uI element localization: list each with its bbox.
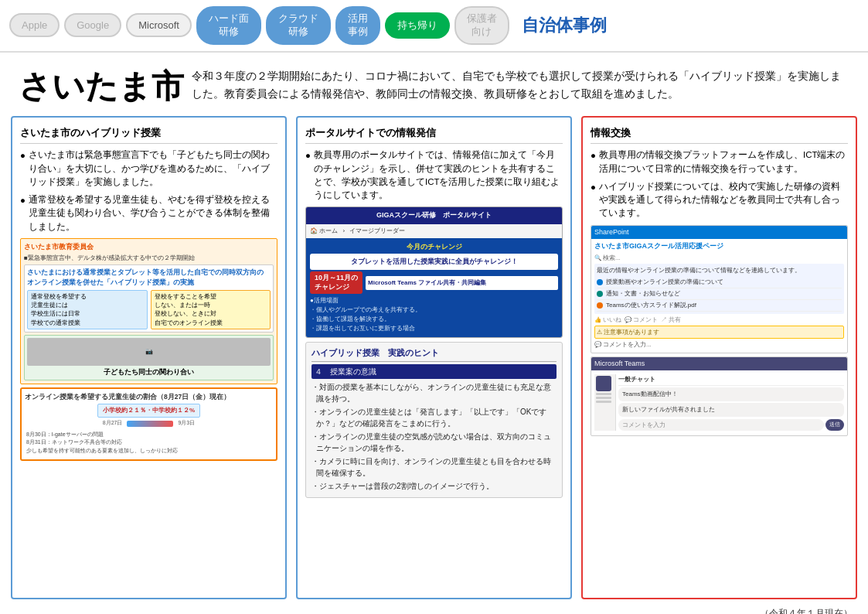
col-exchange: 情報交換 ● 教員専用の情報交換プラットフォームを作成し、ICT端末の活用につい… [581, 116, 857, 599]
sp-dot-1 [597, 279, 603, 285]
stats-gradient-bar [127, 421, 173, 427]
sp-dot-2 [597, 291, 603, 297]
teams-header: Microsoft Teams [591, 357, 847, 371]
sp-header: SharePoint [591, 226, 847, 240]
city-name: さいたま市 [19, 65, 173, 108]
teams-input[interactable]: コメントを入力 [618, 419, 824, 431]
portal-usage-label: ●活用場面・個人やグループでの考えを共有する。・協働して課題を解決する。・課題を… [310, 296, 558, 333]
nav-cloud-training[interactable]: クラウド 研修 [266, 6, 331, 45]
sp-content-area: 最近の情報やオンライン授業の準備について情報などを連絡しています。 授業動画やオ… [594, 264, 844, 314]
classroom-img-placeholder: 📷 子どもたち同士の関わり合い [24, 335, 274, 380]
saitama-board-screenshot: さいたま市教育委員会 ■緊急事態宣言中、デルタ株が感染拡大する中での２学期開始 … [20, 238, 277, 384]
teams-nav-2 [596, 397, 611, 399]
classroom-caption: 子どもたち同士の関わり合い [27, 367, 271, 377]
portal-challenge-main: タブレットを活用した授業実践に全員がチャレンジ！ [313, 257, 555, 267]
sharepoint-screenshot: SharePoint さいたま市GIGAスクール活用応援ページ 🔍 検索... … [591, 225, 848, 353]
choice-box-2: 登校をすることを希望しない、または一時登校しない、ときに対自宅でのオンライン授業 [151, 290, 271, 329]
teams-msg-1: Teams動画配信中！ [618, 387, 844, 401]
saitama-board-subtitle: ■緊急事態宣言中、デルタ株が感染拡大する中での２学期開始 [24, 254, 274, 263]
hint-item-3: ・オンラインの児童生徒の空気感が読めない場合は、双方向のコミュニケーションの場を… [311, 431, 557, 454]
sp-comment: 💬 コメント [625, 316, 658, 324]
main-content: さいたま市 令和３年度の２学期開始にあたり、コロナ禍において、自宅でも学校でも選… [0, 53, 868, 614]
nav-use-cases[interactable]: 活用 事例 [335, 6, 380, 45]
portal-nav-bar: 🏠 ホーム › イマージブリーダー [306, 224, 562, 238]
teams-sidebar [594, 374, 616, 431]
teams-nav-1 [596, 393, 611, 395]
page-title: 自治体事例 [522, 14, 607, 37]
nav-bar: Apple Google Microsoft ハード面 研修 クラウド 研修 活… [0, 0, 868, 53]
sp-row-2: 通知・文書・お知らせなど [597, 288, 842, 300]
portal-teams-box: Microsoft Teams ファイル共有・共同編集 [366, 276, 558, 290]
hybrid-bullet-1-text: さいたま市は緊急事態宣言下でも「子どもたち同士の関わり合い」を大切にし、かつ学び… [29, 148, 277, 189]
teams-channel-title: 一般チャット [618, 374, 844, 386]
sp-row-1: 授業動画やオンライン授業の準備について [597, 277, 842, 288]
sp-recent-label: 最近の情報やオンライン授業の準備について情報などを連絡しています。 [597, 266, 842, 275]
exchange-bullet-dot-1: ● [591, 149, 596, 176]
hint-item-2: ・オンラインの児童生徒とは「発言します」「以上です」「OKですか？」などの確認発… [311, 406, 557, 429]
hint-subtitle: ４ 授業案の意識 [311, 364, 557, 379]
nav-guardian[interactable]: 保護者 向け [454, 6, 509, 45]
col-hybrid-title: さいたま市のハイブリッド授業 [20, 125, 277, 145]
teams-logo [596, 376, 611, 391]
exchange-bullet-1: ● 教員専用の情報交換プラットフォームを作成し、ICT端末の活用について日常的に… [591, 148, 848, 176]
hint-item-5: ・ジェスチャーは普段の2割増しのイメージで行う。 [311, 480, 557, 492]
hybrid-notice-title: さいたまにおける通常授業とタブレット等を活用した自宅での同時双方向のオンライン授… [27, 268, 271, 288]
sp-text-3: Teamsの使い方スライド解説.pdf [606, 301, 696, 310]
portal-header: GIGAスクール研修 ポータルサイト [306, 207, 562, 224]
exchange-bullet-1-text: 教員専用の情報交換プラットフォームを作成し、ICT端末の活用について日常的に情報… [599, 148, 848, 176]
portal-challenge-card: タブレットを活用した授業実践に全員がチャレンジ！ [310, 254, 558, 270]
nav-google[interactable]: Google [64, 13, 121, 37]
footer-note: （令和４年１月現在） [0, 605, 868, 614]
teams-main: 一般チャット Teams動画配信中！ 新しいファイルが共有されました コメントを… [618, 374, 844, 431]
stats-bar-area: 小学校約２１％・中学校約１２% [25, 403, 273, 418]
hybrid-choice-boxes: 通常登校を希望する児童生徒には学校生活には日常学校での通常授業 登校をすることを… [27, 290, 271, 329]
stats-section: オンライン授業を希望する児童生徒の割合（8月27日（金）現在） 小学校約２１％・… [20, 387, 277, 462]
hybrid-notice-box: さいたまにおける通常授業とタブレット等を活用した自宅での同時双方向のオンライン授… [24, 264, 274, 333]
col-portal-title: ポータルサイトでの情報発信 [305, 125, 563, 145]
nav-microsoft[interactable]: Microsoft [126, 13, 192, 37]
bullet-dot-1: ● [20, 149, 26, 189]
nav-hard-training[interactable]: ハード面 研修 [196, 6, 261, 45]
portal-nav-home: 🏠 ホーム [310, 227, 338, 234]
hint-box: ハイブリッド授業 実践のヒント ４ 授業案の意識 ・対面の授業を基本にしながら、… [305, 342, 563, 498]
hybrid-bullet-2-text: 通常登校を希望する児童生徒も、やむを得ず登校を控える児童生徒も関わり合い、学び合… [29, 193, 277, 234]
sp-comment-input: 💬 コメントを入力... [594, 340, 844, 349]
choice-box-1: 通常登校を希望する児童生徒には学校生活には日常学校での通常授業 [27, 290, 148, 329]
portal-challenge-footer: 10月～11月の チャレンジ Microsoft Teams ファイル共有・共同… [310, 271, 558, 294]
nav-apple[interactable]: Apple [9, 13, 60, 37]
portal-nav-separator: › [342, 227, 345, 234]
portal-nav-submenu: イマージブリーダー [349, 227, 405, 234]
teams-msg-2: 新しいファイルが共有されました [618, 403, 844, 417]
portal-challenge-label: 今月のチャレンジ [310, 242, 558, 253]
sp-warning: ⚠ 注意事項があります [594, 326, 844, 339]
sp-dot-3 [597, 302, 603, 309]
classroom-photo: 📷 [27, 338, 271, 366]
teams-input-row: コメントを入力 送信 [618, 419, 844, 431]
exchange-bullet-dot-2: ● [591, 181, 596, 220]
portal-challenge-section: 今月のチャレンジ タブレットを活用した授業実践に全員がチャレンジ！ 10月～11… [306, 238, 562, 338]
nav-takehome[interactable]: 持ち帰り [385, 12, 450, 39]
columns-container: さいたま市のハイブリッド授業 ● さいたま市は緊急事態宣言下でも「子どもたち同士… [0, 116, 868, 605]
hint-box-title: ハイブリッド授業 実践のヒント [311, 346, 557, 362]
sp-text-2: 通知・文書・お知らせなど [606, 289, 680, 298]
stats-label: オンライン授業を希望する児童生徒の割合（8月27日（金）現在） [25, 392, 273, 402]
teams-send-button[interactable]: 送信 [825, 419, 844, 431]
hint-item-4: ・カメラに時に目を向け、オンラインの児童生徒とも目を合わせる時間を確保する。 [311, 455, 557, 479]
teams-layout: 一般チャット Teams動画配信中！ 新しいファイルが共有されました コメントを… [594, 373, 844, 432]
stats-dates: 8月27日 9月3日 [25, 419, 273, 428]
portal-date-box: 10月～11月の チャレンジ [310, 271, 363, 294]
hint-item-1: ・対面の授業を基本にしながら、オンラインの児童生徒にも充足な意識を持つ。 [311, 381, 557, 404]
exchange-bullet-2-text: ハイブリッド授業については、校内で実施した研修の資料や実践を通して得られた情報な… [599, 180, 848, 220]
portal-bullet-dot: ● [305, 149, 311, 202]
sp-reactions: 👍 いいね 💬 コメント ↗ 共有 [594, 316, 844, 324]
saitama-board-title: さいたま市教育委員会 [24, 242, 274, 253]
sp-like: 👍 いいね [594, 316, 621, 324]
col-portal: ポータルサイトでの情報発信 ● 教員専用のポータルサイトでは、情報発信に加えて「… [296, 116, 572, 599]
header-description: 令和３年度の２学期開始にあたり、コロナ禍において、自宅でも学校でも選択して授業が… [192, 65, 849, 104]
bullet-dot-2: ● [20, 194, 26, 234]
col-hybrid: さいたま市のハイブリッド授業 ● さいたま市は緊急事態宣言下でも「子どもたち同士… [11, 116, 287, 599]
teams-screenshot: Microsoft Teams 一般チャット Teams動画配信中！ 新しいファ… [591, 356, 848, 437]
hybrid-bullet-1: ● さいたま市は緊急事態宣言下でも「子どもたち同士の関わり合い」を大切にし、かつ… [20, 148, 277, 189]
date-aug27: 8月27日 [103, 419, 123, 428]
sp-url-bar: 🔍 検索... [594, 254, 844, 262]
